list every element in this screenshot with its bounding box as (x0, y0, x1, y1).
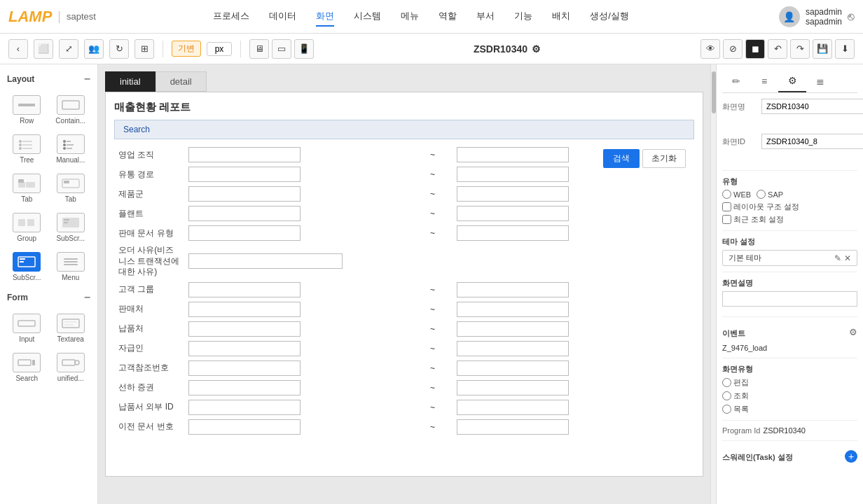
mode-button[interactable]: 기변 (172, 41, 201, 57)
sidebar-item-tab2[interactable]: Tab (51, 171, 91, 206)
users-button[interactable]: 👥 (84, 39, 104, 59)
logout-icon[interactable]: ⎋ (848, 10, 855, 23)
type-sap-radio[interactable] (757, 190, 766, 199)
redo-button[interactable]: ↷ (790, 39, 810, 59)
field-input-3-from[interactable] (188, 206, 301, 221)
save-button[interactable]: 💾 (813, 39, 832, 59)
field-input-11-to[interactable] (457, 380, 569, 396)
right-tab-layers[interactable]: ≣ (806, 70, 834, 92)
field-input-6-to[interactable] (457, 282, 569, 298)
field-input-11-from[interactable] (188, 380, 301, 396)
nav-screen[interactable]: 화면 (316, 7, 334, 27)
back-button[interactable]: ‹ (8, 39, 28, 59)
sidebar-item-group[interactable]: Group (7, 210, 47, 245)
theme-edit-icon[interactable]: ✎ (834, 253, 841, 263)
tablet-button[interactable]: ▭ (272, 39, 291, 59)
field-input-6-from[interactable] (188, 282, 301, 298)
type-web-radio[interactable] (722, 190, 731, 199)
screen-type-edit[interactable]: 편집 (722, 377, 857, 388)
screen-type-query[interactable]: 조회 (722, 391, 857, 401)
sidebar-item-tree[interactable]: Tree (7, 132, 47, 167)
recent-setting-checkbox[interactable] (722, 215, 731, 224)
contrast-button[interactable]: ◼ (745, 39, 765, 59)
field-input-2-from[interactable] (188, 186, 301, 202)
field-input-1-from[interactable] (188, 167, 301, 182)
layout-minus[interactable]: − (84, 73, 90, 85)
nav-dept[interactable]: 부서 (476, 7, 495, 27)
screen-type-list-radio[interactable] (722, 405, 731, 414)
view-button[interactable]: 👁 (700, 39, 720, 59)
layout-setting-check[interactable]: 레이아웃 구조 설정 (722, 202, 857, 212)
refresh-button[interactable]: ↻ (109, 39, 129, 59)
field-input-7-to[interactable] (457, 302, 569, 317)
reset-button[interactable]: 초기화 (642, 149, 686, 168)
eye-off-button[interactable]: ⊘ (723, 39, 743, 59)
screen-type-list[interactable]: 목록 (722, 404, 857, 414)
nav-process[interactable]: 프로세스 (213, 7, 249, 27)
field-input-4-from[interactable] (188, 225, 301, 241)
download-button[interactable]: ⬇ (835, 39, 855, 59)
search-button[interactable]: 검색 (603, 149, 640, 168)
recent-setting-check[interactable]: 최근 조회 설정 (722, 214, 857, 225)
screen-type-edit-radio[interactable] (722, 378, 731, 387)
nav-menu[interactable]: 메뉴 (401, 7, 419, 27)
field-input-9-to[interactable] (457, 341, 569, 356)
sidebar-item-row[interactable]: Row (7, 92, 47, 127)
field-input-9-from[interactable] (188, 341, 301, 356)
field-input-5[interactable] (188, 253, 343, 269)
frame-button[interactable]: ⬜ (34, 39, 53, 59)
workflow-add-button[interactable]: + (845, 450, 857, 463)
sidebar-item-menu[interactable]: Menu (51, 249, 91, 284)
nav-data[interactable]: 데이터 (269, 7, 296, 27)
sidebar-item-input[interactable]: Input (7, 311, 47, 346)
center-scrollbar[interactable] (710, 64, 716, 504)
nav-generate[interactable]: 생성/실행 (590, 7, 629, 27)
field-input-12-to[interactable] (457, 400, 569, 415)
sidebar-item-subscr1[interactable]: SubScr... (51, 210, 91, 245)
right-tab-edit[interactable]: ✏ (722, 70, 750, 92)
sidebar-item-tab1[interactable]: Tab (7, 171, 47, 206)
nav-deploy[interactable]: 배치 (552, 7, 570, 27)
field-input-13-from[interactable] (188, 419, 301, 435)
sidebar-item-subscr2[interactable]: SubScr... (7, 249, 47, 284)
field-input-2-to[interactable] (457, 186, 569, 202)
layout-setting-checkbox[interactable] (722, 202, 731, 211)
sidebar-item-textarea[interactable]: Textarea (51, 311, 91, 346)
type-web[interactable]: WEB (722, 190, 751, 199)
tab-detail[interactable]: detail (156, 71, 207, 92)
field-input-3-to[interactable] (457, 206, 569, 221)
field-input-8-to[interactable] (457, 321, 569, 337)
screen-id-input[interactable] (761, 134, 863, 149)
field-input-4-to[interactable] (457, 225, 569, 241)
field-input-1-to[interactable] (457, 167, 569, 182)
desktop-button[interactable]: 🖥 (249, 39, 269, 59)
screen-desc-input[interactable] (722, 291, 857, 307)
screen-name-input[interactable] (761, 99, 863, 114)
type-sap[interactable]: SAP (757, 190, 783, 199)
nav-role[interactable]: 역할 (439, 7, 457, 27)
sidebar-item-manual[interactable]: Manual... (51, 132, 91, 167)
field-input-10-from[interactable] (188, 360, 301, 376)
sidebar-item-search[interactable]: unified... (51, 350, 91, 385)
field-input-0-from[interactable] (188, 147, 301, 162)
field-input-0-to[interactable] (457, 147, 569, 162)
sidebar-item-container[interactable]: Contain... (51, 92, 91, 127)
grid-button[interactable]: ⊞ (134, 39, 154, 59)
right-tab-settings[interactable]: ⚙ (778, 70, 806, 92)
field-input-10-to[interactable] (457, 360, 569, 376)
mobile-button[interactable]: 📱 (294, 39, 314, 59)
field-input-13-to[interactable] (457, 419, 569, 435)
right-tab-list[interactable]: ≡ (750, 70, 778, 92)
event-gear-icon[interactable]: ⚙ (849, 327, 857, 337)
expand-button[interactable]: ⤢ (59, 39, 78, 59)
field-input-12-from[interactable] (188, 400, 301, 415)
gear-icon[interactable]: ⚙ (532, 43, 541, 55)
nav-system[interactable]: 시스템 (354, 7, 381, 27)
theme-close-icon[interactable]: ✕ (844, 253, 851, 263)
tab-initial[interactable]: initial (105, 71, 156, 92)
undo-button[interactable]: ↶ (768, 39, 787, 59)
field-input-7-from[interactable] (188, 302, 301, 317)
sidebar-item-unified[interactable]: Search (7, 350, 47, 385)
nav-func[interactable]: 기능 (514, 7, 532, 27)
field-input-8-from[interactable] (188, 321, 301, 337)
